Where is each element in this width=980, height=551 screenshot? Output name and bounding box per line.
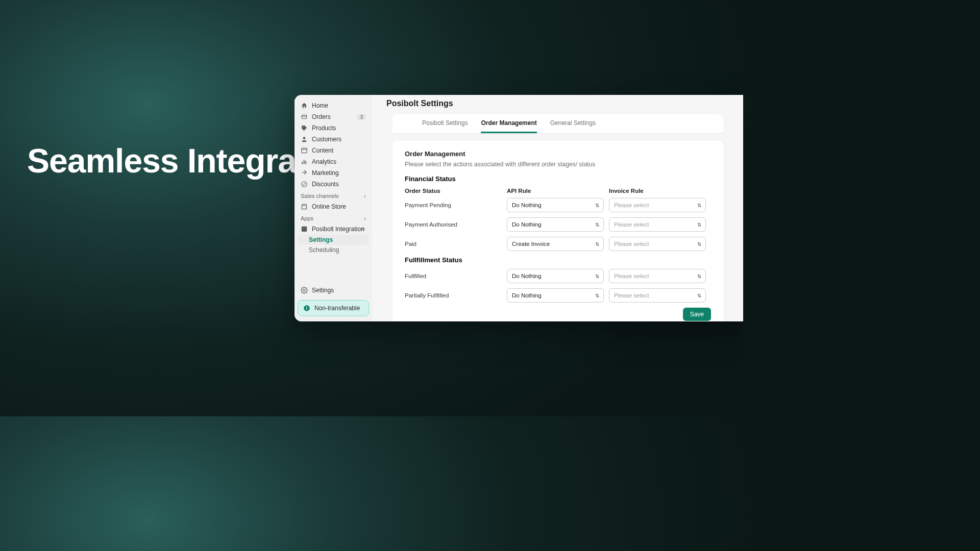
sidebar-item-marketing[interactable]: Marketing <box>295 167 372 179</box>
sidebar-sub-settings[interactable]: Settings <box>298 235 369 245</box>
caret-icon: ⇅ <box>697 241 701 247</box>
apps-header[interactable]: Apps › <box>295 212 372 223</box>
row-payment-authorised: Payment Authorised Do Nothing⇅ Please se… <box>405 217 711 232</box>
store-icon <box>301 203 308 210</box>
invoice-rule-select[interactable]: Please select⇅ <box>609 198 706 212</box>
app-icon <box>301 226 308 233</box>
col-order-status: Order Status <box>405 188 507 194</box>
sidebar: Home Orders 3 Products Customers Content <box>295 95 372 321</box>
svg-text:i: i <box>306 306 307 311</box>
orders-icon <box>301 113 308 120</box>
row-partially-fulfilled: Partially Fullfilled Do Nothing⇅ Please … <box>405 288 711 303</box>
col-api-rule: API Rule <box>507 188 609 194</box>
home-icon <box>301 102 308 109</box>
tab-general-settings[interactable]: General Settings <box>550 114 596 133</box>
chevron-right-icon: › <box>364 193 366 199</box>
save-button[interactable]: Save <box>683 308 711 321</box>
row-label: Fullfilled <box>405 273 507 279</box>
api-rule-select[interactable]: Create Invoice⇅ <box>507 237 604 251</box>
column-headers: Order Status API Rule Invoice Rule <box>405 188 711 194</box>
caret-icon: ⇅ <box>595 241 599 247</box>
caret-icon: ⇅ <box>595 293 599 298</box>
invoice-rule-select[interactable]: Please select⇅ <box>609 269 706 283</box>
discounts-icon <box>301 181 308 188</box>
sidebar-item-posibolt[interactable]: Posibolt Integration <box>295 223 372 235</box>
caret-icon: ⇅ <box>595 222 599 228</box>
non-transferable-banner: i Non-transferable <box>298 300 369 316</box>
sidebar-item-label: Products <box>312 124 336 132</box>
sidebar-item-label: Customers <box>312 136 341 143</box>
sidebar-item-label: Orders <box>312 113 331 120</box>
sidebar-item-label: Marketing <box>312 169 339 177</box>
orders-badge: 3 <box>357 114 366 120</box>
sidebar-item-content[interactable]: Content <box>295 145 372 156</box>
row-label: Payment Pending <box>405 202 507 208</box>
svg-rect-7 <box>302 227 307 232</box>
caret-icon: ⇅ <box>697 273 701 279</box>
page-title: Posibolt Settings <box>372 95 743 114</box>
save-row: Save <box>405 308 711 321</box>
tabs: Posibolt Settings Order Management Gener… <box>393 114 723 134</box>
sidebar-item-label: Home <box>312 102 328 109</box>
sidebar-item-orders[interactable]: Orders 3 <box>295 111 372 122</box>
chevron-right-icon: › <box>364 215 366 221</box>
svg-rect-4 <box>304 160 305 164</box>
sidebar-item-label: Analytics <box>312 158 336 165</box>
sidebar-item-label: Discounts <box>312 181 339 188</box>
svg-point-1 <box>303 137 306 139</box>
row-label: Payment Authorised <box>405 221 507 228</box>
row-label: Paid <box>405 241 507 247</box>
content-area: Posibolt Settings Posibolt Settings Orde… <box>372 95 743 321</box>
sidebar-settings-link[interactable]: Settings <box>295 284 372 297</box>
sidebar-item-customers[interactable]: Customers <box>295 134 372 145</box>
invoice-rule-select[interactable]: Please select⇅ <box>609 237 706 251</box>
invoice-rule-select[interactable]: Please select⇅ <box>609 217 706 232</box>
info-icon: i <box>303 305 310 312</box>
section-label: Apps <box>301 215 313 221</box>
sidebar-item-home[interactable]: Home <box>295 100 372 111</box>
sidebar-item-analytics[interactable]: Analytics <box>295 156 372 167</box>
sidebar-sub-scheduling[interactable]: Scheduling <box>295 245 372 255</box>
caret-icon: ⇅ <box>697 203 701 208</box>
section-title: Order Management <box>405 150 711 158</box>
analytics-icon <box>301 158 308 165</box>
svg-rect-0 <box>302 115 306 119</box>
row-label: Partially Fullfilled <box>405 292 507 298</box>
sidebar-item-label: Content <box>312 147 333 154</box>
settings-label: Settings <box>312 287 334 294</box>
api-rule-select[interactable]: Do Nothing⇅ <box>507 198 604 212</box>
invoice-rule-select[interactable]: Please select⇅ <box>609 288 706 303</box>
svg-rect-5 <box>305 161 306 164</box>
section-label: Sales channels <box>301 193 339 199</box>
financial-status-heading: Financial Status <box>405 175 711 183</box>
sidebar-item-label: Posibolt Integration <box>312 226 364 233</box>
api-rule-select[interactable]: Do Nothing⇅ <box>507 217 604 232</box>
settings-card: Order Management Please select the actio… <box>393 141 723 321</box>
col-invoice-rule: Invoice Rule <box>609 188 711 194</box>
svg-rect-3 <box>302 162 303 164</box>
app-window: Home Orders 3 Products Customers Content <box>295 95 743 321</box>
row-payment-pending: Payment Pending Do Nothing⇅ Please selec… <box>405 198 711 212</box>
products-icon <box>301 124 308 132</box>
tab-order-management[interactable]: Order Management <box>481 114 536 133</box>
nav-list: Home Orders 3 Products Customers Content <box>295 100 372 284</box>
row-paid: Paid Create Invoice⇅ Please select⇅ <box>405 237 711 251</box>
api-rule-select[interactable]: Do Nothing⇅ <box>507 288 604 303</box>
sidebar-item-discounts[interactable]: Discounts <box>295 179 372 190</box>
row-fulfilled: Fullfilled Do Nothing⇅ Please select⇅ <box>405 269 711 283</box>
caret-icon: ⇅ <box>595 203 599 208</box>
sales-channels-header[interactable]: Sales channels › <box>295 190 372 201</box>
sidebar-item-products[interactable]: Products <box>295 122 372 134</box>
api-rule-select[interactable]: Do Nothing⇅ <box>507 269 604 283</box>
pin-icon[interactable] <box>361 227 366 232</box>
customers-icon <box>301 136 308 143</box>
content-icon <box>301 147 308 154</box>
gear-icon <box>301 287 308 294</box>
section-description: Please select the actions associated wit… <box>405 161 711 168</box>
caret-icon: ⇅ <box>595 273 599 279</box>
banner-text: Non-transferable <box>314 305 360 312</box>
sidebar-item-online-store[interactable]: Online Store <box>295 201 372 212</box>
svg-rect-2 <box>302 148 307 153</box>
caret-icon: ⇅ <box>697 222 701 228</box>
tab-posibolt-settings[interactable]: Posibolt Settings <box>422 114 468 133</box>
